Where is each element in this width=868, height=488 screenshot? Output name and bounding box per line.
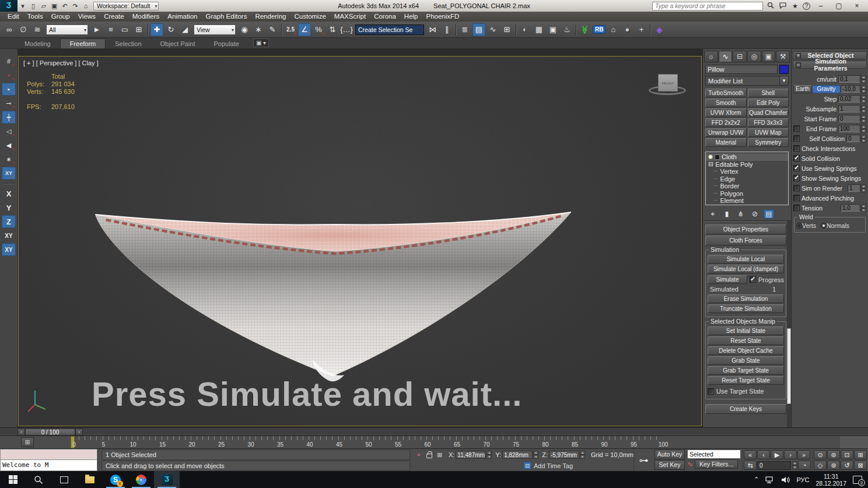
viewcube-front-face[interactable]: FRONT <box>658 74 678 92</box>
chrome-icon[interactable] <box>128 471 154 488</box>
axis-constraint-xy-button[interactable]: XY <box>2 229 16 242</box>
stack-item-cloth[interactable]: Cloth <box>706 153 788 161</box>
select-and-rotate-icon[interactable]: ↻ <box>164 23 177 36</box>
x-coordinate-field[interactable]: 11,487mm <box>456 451 486 459</box>
search-icon[interactable] <box>766 2 775 10</box>
make-unique-icon[interactable]: ⋔ <box>736 209 746 219</box>
zoom-button[interactable]: ⊙ <box>814 450 827 459</box>
render-production-icon[interactable]: ♨ <box>561 23 573 36</box>
truncate-simulation-button[interactable]: Truncate Simulation <box>708 304 784 313</box>
show-sewing-springs-checkbox[interactable] <box>793 175 800 181</box>
symmetry-button[interactable]: Symmetry <box>748 138 789 147</box>
restore-button[interactable]: ▢ <box>831 2 846 10</box>
language-indicator[interactable]: РУС <box>796 476 809 483</box>
add-time-tag-label[interactable]: Add Time Tag <box>534 462 573 469</box>
time-slider-thumb[interactable]: 0 / 100 <box>25 429 75 436</box>
sim-on-render-field[interactable]: 1 <box>848 184 860 192</box>
menu-animation[interactable]: Animation <box>163 12 201 22</box>
zoom-extents-all-button[interactable]: ⊞ <box>854 450 867 459</box>
display-tab-icon[interactable]: ▣ <box>762 51 776 62</box>
axis-constraint-z-button[interactable]: Z <box>2 215 16 228</box>
axis-constraint-x-button[interactable]: X <box>2 187 16 200</box>
close-button[interactable]: × <box>849 2 864 10</box>
endpoint-snap-button[interactable]: ⊸∩ <box>2 97 16 110</box>
tangent-snap-button[interactable]: ∗∩ <box>2 153 16 166</box>
collapse-icon[interactable]: ⊟ <box>708 160 713 168</box>
reset-target-state-button[interactable]: Reset Target State <box>708 376 784 385</box>
solid-collision-checkbox[interactable] <box>793 155 800 162</box>
maximize-viewport-button[interactable]: ⊠ <box>854 461 867 470</box>
corona-toolbar-icon[interactable]: ≫ <box>579 23 592 36</box>
select-and-link-icon[interactable]: ∞ <box>3 23 16 36</box>
absolute-relative-toggle-icon[interactable]: ⊞ <box>435 450 445 459</box>
pan-button[interactable]: ⊛ <box>827 461 840 470</box>
key-mode-toggle-button[interactable]: ⇆ <box>744 461 757 470</box>
menu-create[interactable]: Create <box>100 12 128 22</box>
maxscript-mini-listener[interactable]: Welcome to M <box>0 449 98 471</box>
gravity-spinner[interactable]: ▴▾ <box>861 85 866 93</box>
viewport-label[interactable]: [ + ] [ Perspective ] [ Clay ] <box>23 59 99 66</box>
shell-button[interactable]: Shell <box>748 89 789 97</box>
turbosmooth-button[interactable]: TurboSmooth <box>705 89 747 97</box>
menu-help[interactable]: Help <box>400 12 422 22</box>
selection-filter-dropdown[interactable]: All <box>46 24 88 35</box>
workspace-dropdown[interactable]: Workspace: Default <box>93 2 159 10</box>
utilities-tab-icon[interactable]: ⚒ <box>776 51 790 62</box>
use-pivot-point-center-icon[interactable]: ◉ <box>238 23 251 36</box>
clock[interactable]: 11:31 28.12.2017 <box>816 473 846 487</box>
xy-plane-snap-button[interactable]: XY∩ <box>2 167 16 180</box>
stack-subitem-vertex[interactable]: ┈Vertex <box>706 168 788 175</box>
show-end-result-icon[interactable]: ▮ <box>722 209 732 219</box>
advanced-pinching-checkbox[interactable] <box>793 195 800 201</box>
x-spinner[interactable]: ▴▾ <box>487 451 492 459</box>
menu-maxscript[interactable]: MAXScript <box>330 12 370 22</box>
end-frame-spinner[interactable]: ▴▾ <box>861 125 866 133</box>
viewcube[interactable]: FRONT <box>648 73 688 99</box>
angle-snap-toggle-icon[interactable]: ∠∩ <box>298 23 311 36</box>
help-icon[interactable]: ? <box>803 2 810 10</box>
stack-item-editable-poly[interactable]: ⊟ Editable Poly <box>706 161 788 168</box>
logo-caret-icon[interactable]: ▾ <box>18 1 27 10</box>
save-file-icon[interactable]: ▣ <box>50 1 59 10</box>
self-collision-spinner[interactable]: ▴▾ <box>861 135 866 143</box>
stack-subitem-edge[interactable]: ┈Edge <box>706 175 788 183</box>
go-to-start-button[interactable]: « <box>744 450 757 459</box>
redo-icon[interactable]: ↷ <box>71 1 80 10</box>
select-and-move-icon[interactable]: ✚ <box>150 23 163 36</box>
rendered-frame-window-icon[interactable]: ▣ <box>547 23 559 36</box>
select-by-name-icon[interactable]: ≡ <box>104 23 117 36</box>
go-to-end-button[interactable]: » <box>797 450 810 459</box>
layer-manager-icon[interactable]: ≣ <box>459 23 471 36</box>
macro-recorder-line[interactable] <box>0 449 97 460</box>
vertex-snap-button[interactable]: ▪∩ <box>2 83 16 96</box>
menu-edit[interactable]: Edit <box>4 12 23 22</box>
smooth-button[interactable]: Smooth <box>705 99 747 107</box>
stack-subitem-element[interactable]: ┈Element <box>706 197 788 205</box>
sim-on-render-checkbox[interactable] <box>793 185 800 191</box>
selection-set-filter-dropdown[interactable]: Selected <box>687 450 741 459</box>
bind-to-spacewarp-icon[interactable]: ≋ <box>31 23 44 36</box>
motion-tab-icon[interactable]: ◎ <box>747 51 761 62</box>
railclone-rb-icon[interactable]: RB <box>593 23 606 36</box>
set-key-button[interactable]: Set Key <box>654 460 685 470</box>
weld-verts-radio[interactable] <box>796 223 802 229</box>
ffd-3x3x3-button[interactable]: FFD 3x3x3 <box>748 118 789 127</box>
render-setup-icon[interactable]: ▦ <box>533 23 545 36</box>
previous-frame-arrow[interactable]: ‹ <box>18 429 25 436</box>
quad-chamfer-button[interactable]: Quad Chamfer <box>748 108 789 117</box>
self-collision-checkbox[interactable] <box>793 135 800 142</box>
create-tab-icon[interactable]: ☼ <box>704 51 718 62</box>
delete-object-cache-button[interactable]: Delete Object Cache <box>708 346 784 355</box>
tension-field[interactable]: 1,0 <box>841 204 860 212</box>
time-slider-track[interactable]: ‹ 0 / 100 › <box>18 429 83 436</box>
object-color-swatch[interactable] <box>779 65 789 74</box>
minimize-button[interactable]: – <box>813 2 828 10</box>
cm-unit-spinner[interactable]: ▴▾ <box>861 75 866 83</box>
volume-icon[interactable] <box>781 476 790 483</box>
undo-icon[interactable]: ↶ <box>60 1 69 10</box>
rectangular-selection-region-icon[interactable]: ▭ <box>118 23 131 36</box>
scrollbar-thumb[interactable] <box>787 328 791 404</box>
simulation-parameters-rollout-header[interactable]: − Simulation Parameters <box>793 61 867 69</box>
tension-spinner[interactable]: ▴▾ <box>861 204 866 212</box>
erase-simulation-button[interactable]: Erase Simulation <box>708 294 784 303</box>
